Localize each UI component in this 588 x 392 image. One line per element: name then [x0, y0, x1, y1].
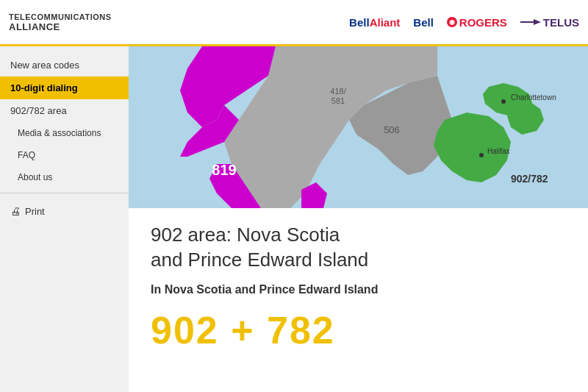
bell-logo: Bell [413, 16, 434, 29]
svg-point-20 [479, 153, 484, 157]
map-svg: 418/ 581 506 819 438/ 514 Charlottetown … [129, 46, 588, 208]
svg-text:902/782: 902/782 [511, 173, 548, 185]
map-area: 418/ 581 506 819 438/ 514 Charlottetown … [129, 46, 588, 208]
svg-text:Halifax: Halifax [487, 147, 510, 155]
bell-aliant-logo: BellAliant [349, 16, 400, 29]
main-layout: New area codes 10-digit dialing 902/782 … [0, 46, 588, 392]
sidebar-divider [0, 193, 129, 193]
print-button[interactable]: 🖨 Print [0, 198, 129, 224]
sidebar-item-media[interactable]: Media & associations [0, 122, 129, 144]
svg-point-18 [501, 99, 506, 104]
svg-text:Charlottetown: Charlottetown [511, 93, 556, 101]
svg-text:506: 506 [384, 124, 400, 135]
subtitle: In Nova Scotia and Prince Edward Island [151, 283, 566, 296]
sidebar-item-10-digit-dialing[interactable]: 10-digit dialing [0, 76, 129, 99]
svg-text:819: 819 [212, 162, 236, 178]
rogers-logo: ◉ ROGERS [447, 16, 507, 29]
org-logo: TELECOMMUNICATIONS ALLIANCE [9, 13, 112, 32]
sidebar-item-about[interactable]: About us [0, 166, 129, 188]
org-line1: TELECOMMUNICATIONS [9, 13, 112, 21]
dial-code: 902 + 782 [151, 308, 566, 352]
print-label: Print [25, 206, 45, 217]
text-content: 902 area: Nova Scotiaand Prince Edward I… [129, 208, 588, 392]
header: TELECOMMUNICATIONS ALLIANCE BellAliant B… [0, 0, 588, 46]
print-icon: 🖨 [10, 205, 21, 217]
svg-text:418/: 418/ [330, 87, 346, 96]
svg-marker-1 [534, 19, 541, 25]
brand-logos: BellAliant Bell ◉ ROGERS TELUS [349, 16, 579, 29]
sidebar-item-902-782-area[interactable]: 902/782 area [0, 99, 129, 122]
content-area: 418/ 581 506 819 438/ 514 Charlottetown … [129, 46, 588, 392]
org-line2: ALLIANCE [9, 21, 112, 32]
area-title: 902 area: Nova Scotiaand Prince Edward I… [151, 223, 566, 273]
sidebar: New area codes 10-digit dialing 902/782 … [0, 46, 129, 392]
sidebar-item-new-area-codes[interactable]: New area codes [0, 54, 129, 76]
telus-logo: TELUS [520, 16, 579, 29]
svg-text:581: 581 [331, 96, 345, 105]
sidebar-item-faq[interactable]: FAQ [0, 144, 129, 166]
